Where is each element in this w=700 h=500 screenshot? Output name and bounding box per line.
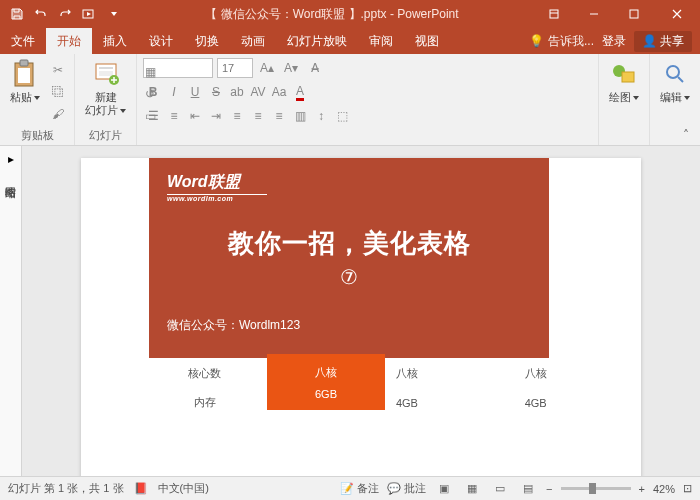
shadow-icon: ab (230, 85, 243, 99)
drawing-button[interactable]: 绘图 (605, 58, 643, 106)
tab-slideshow[interactable]: 幻灯片放映 (276, 28, 358, 54)
slide-canvas[interactable]: 核心数 八核 八核 内存 4GB 4GB Word联盟 www.wordlm.c… (22, 146, 700, 476)
indent-inc-button[interactable]: ⇥ (206, 106, 226, 126)
cut-button[interactable]: ✂ (48, 60, 68, 80)
spacing-button[interactable]: AV (248, 82, 268, 102)
shapes-icon (610, 60, 638, 88)
tab-design[interactable]: 设计 (138, 28, 184, 54)
status-bar: 幻灯片 第 1 张，共 1 张 📕 中文(中国) 📝 备注 💬 批注 ▣ ▦ ▭… (0, 476, 700, 500)
zoom-slider[interactable] (561, 487, 631, 490)
group-clipboard: 粘贴 ✂ ⿻ 🖌 剪贴板 (0, 54, 75, 145)
format-painter-button[interactable]: 🖌 (48, 104, 68, 124)
section-button[interactable]: ▭ (140, 106, 160, 126)
scissors-icon: ✂ (53, 63, 63, 77)
font-size-select[interactable] (217, 58, 253, 78)
orange-cores: 八核 (315, 365, 337, 380)
svg-point-12 (667, 66, 679, 78)
tab-animations[interactable]: 动画 (230, 28, 276, 54)
decrease-font-icon: A▾ (284, 61, 298, 75)
zoom-out-button[interactable]: − (546, 483, 552, 495)
smartart-button[interactable]: ⬚ (332, 106, 352, 126)
editing-button[interactable]: 编辑 (656, 58, 694, 106)
tab-review[interactable]: 审阅 (358, 28, 404, 54)
reading-view-icon: ▭ (495, 482, 505, 495)
zoom-thumb[interactable] (589, 483, 596, 494)
thumbnails-pane-collapsed[interactable]: ▸ 缩略图 (0, 146, 22, 476)
columns-button[interactable]: ▥ (290, 106, 310, 126)
align-left-button[interactable]: ≡ (227, 106, 247, 126)
strike-button[interactable]: S (206, 82, 226, 102)
tab-home[interactable]: 开始 (46, 28, 92, 54)
tab-transitions[interactable]: 切换 (184, 28, 230, 54)
copy-button[interactable]: ⿻ (48, 82, 68, 102)
notes-button[interactable]: 📝 备注 (340, 481, 379, 496)
italic-button[interactable]: I (164, 82, 184, 102)
close-icon[interactable] (654, 0, 700, 28)
share-label: 共享 (660, 33, 684, 50)
brush-icon: 🖌 (52, 107, 64, 121)
align-center-button[interactable]: ≡ (248, 106, 268, 126)
spellcheck-icon[interactable]: 📕 (134, 482, 148, 495)
slideshow-view-button[interactable]: ▤ (518, 481, 538, 497)
paste-button[interactable]: 粘贴 (6, 58, 44, 124)
font-color-button[interactable]: A (290, 82, 310, 102)
window-controls (534, 0, 700, 28)
tell-me-search[interactable]: 💡 告诉我... (529, 33, 594, 50)
section-icon: ▭ (145, 109, 156, 123)
numbering-button[interactable]: ≡ (164, 106, 184, 126)
case-icon: Aa (272, 85, 287, 99)
spacing-icon: AV (250, 85, 265, 99)
decrease-font-button[interactable]: A▾ (281, 58, 301, 78)
paste-label: 粘贴 (10, 91, 32, 103)
slide[interactable]: 核心数 八核 八核 内存 4GB 4GB Word联盟 www.wordlm.c… (81, 158, 641, 476)
fit-to-window-button[interactable]: ⊡ (683, 482, 692, 495)
cell-mem-label: 内存 (123, 389, 286, 416)
undo-icon[interactable] (30, 3, 52, 25)
group-slides: 新建 幻灯片 ▦ ↺ ▭ 幻灯片 (75, 54, 137, 145)
text-direction-button[interactable]: ↕ (311, 106, 331, 126)
clear-format-button[interactable]: A̶ (305, 58, 325, 78)
quick-access-toolbar (0, 3, 130, 25)
save-icon[interactable] (6, 3, 28, 25)
zoom-in-button[interactable]: + (639, 483, 645, 495)
svg-rect-5 (18, 68, 30, 83)
zoom-percent[interactable]: 42% (653, 483, 675, 495)
collapse-ribbon-button[interactable]: ˄ (676, 127, 696, 143)
increase-font-button[interactable]: A▴ (257, 58, 277, 78)
new-slide-button[interactable]: 新建 幻灯片 (81, 58, 130, 119)
window-title: 【 微信公众号：Word联盟 】.pptx - PowerPoint (130, 6, 534, 23)
layout-icon: ▦ (145, 65, 156, 79)
new-slide-icon (92, 60, 120, 88)
underline-button[interactable]: U (185, 82, 205, 102)
indent-dec-button[interactable]: ⇤ (185, 106, 205, 126)
redo-icon[interactable] (54, 3, 76, 25)
tab-insert[interactable]: 插入 (92, 28, 138, 54)
align-right-button[interactable]: ≡ (269, 106, 289, 126)
minimize-icon[interactable] (574, 0, 614, 28)
chevron-up-icon: ˄ (683, 128, 689, 142)
slide-number-badge: ⑦ (167, 265, 531, 289)
smartart-icon: ⬚ (337, 109, 348, 123)
sorter-view-button[interactable]: ▦ (462, 481, 482, 497)
reset-button[interactable]: ↺ (140, 84, 160, 104)
layout-button[interactable]: ▦ (140, 62, 160, 82)
login-link[interactable]: 登录 (602, 33, 626, 50)
tab-file[interactable]: 文件 (0, 28, 46, 54)
qat-customize-icon[interactable] (102, 3, 124, 25)
cell-mem-3: 4GB (472, 389, 599, 416)
start-from-beginning-icon[interactable] (78, 3, 100, 25)
case-button[interactable]: Aa (269, 82, 289, 102)
normal-view-button[interactable]: ▣ (434, 481, 454, 497)
maximize-icon[interactable] (614, 0, 654, 28)
slide-counter[interactable]: 幻灯片 第 1 张，共 1 张 (8, 481, 124, 496)
comments-button[interactable]: 💬 批注 (387, 481, 426, 496)
ribbon-options-icon[interactable] (534, 0, 574, 28)
logo-word: Word (167, 173, 208, 190)
drawing-label: 绘图 (609, 91, 631, 103)
tab-view[interactable]: 视图 (404, 28, 450, 54)
shadow-button[interactable]: ab (227, 82, 247, 102)
reading-view-button[interactable]: ▭ (490, 481, 510, 497)
language-indicator[interactable]: 中文(中国) (158, 481, 209, 496)
logo-brand: 联盟 (208, 173, 240, 190)
share-button[interactable]: 👤 共享 (634, 31, 692, 52)
